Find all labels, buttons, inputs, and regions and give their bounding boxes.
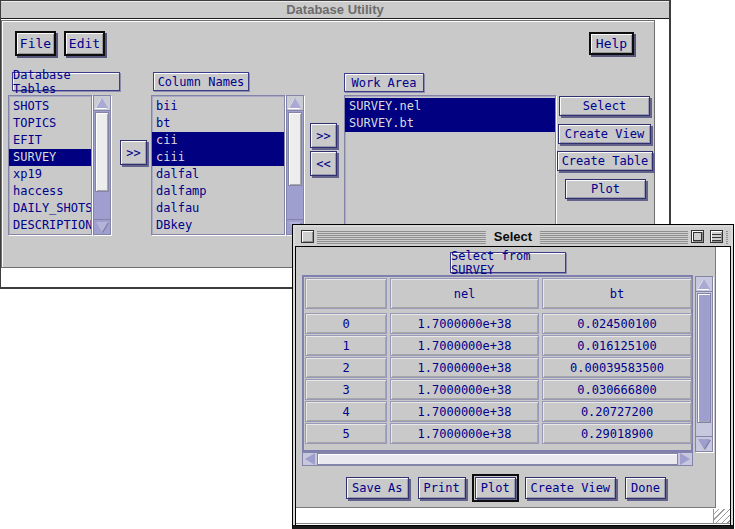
scrollbar-thumb[interactable] [697,293,711,423]
scroll-up-icon[interactable] [94,96,110,111]
select-from-survey-button[interactable]: Select from SURVEY [450,252,566,273]
scrollbar-thumb[interactable] [288,112,302,186]
create-table-button[interactable]: Create Table [557,151,653,171]
scroll-left-icon[interactable] [303,453,317,465]
table-vertical-scrollbar[interactable] [695,276,713,452]
list-item[interactable]: DESCRIPTION [9,217,91,234]
remove-from-work-button[interactable]: << [310,151,337,176]
plot-button[interactable]: Plot [565,179,646,199]
resize-grip-icon[interactable] [713,509,730,523]
print-button[interactable]: Print [418,477,466,499]
dialog-title: Select [486,228,540,245]
scroll-up-icon[interactable] [287,96,303,111]
desktop: Database Utility File Edit Help Database… [0,0,735,529]
plot-default-button[interactable]: Plot [475,477,516,499]
bt-cell: 0.024500100 [542,313,692,334]
column-header-nel: nel [390,278,539,309]
select-dialog-window: Select Select from SURVEY nel bt 0 1.700… [292,224,734,529]
column-header-index [305,278,387,309]
list-item[interactable]: DAILY_SHOTS [9,200,91,217]
done-button[interactable]: Done [625,477,666,499]
list-item[interactable]: bt [152,115,284,132]
work-area-list[interactable]: SURVEY.nel SURVEY.bt [344,95,556,235]
nel-cell: 1.7000000e+38 [390,335,539,356]
column-names-list[interactable]: bii bt cii ciii dalfal dalfamp dalfau DB… [151,95,285,235]
list-item[interactable]: SHOTS [9,98,91,115]
bt-cell: 0.00039583500 [542,357,692,378]
scroll-down-icon[interactable] [696,436,712,451]
list-item-selected[interactable]: SURVEY.bt [345,115,555,132]
dialog-titlebar[interactable]: Select [295,227,731,246]
scrollbar-thumb[interactable] [95,112,109,192]
work-area-label: Work Area [344,73,424,92]
list-item-selected[interactable]: cii [152,132,284,149]
dialog-panel: Select from SURVEY nel bt 0 1.7000000e+3… [296,247,716,508]
move-column-to-work-button[interactable]: >> [310,123,337,148]
list-item[interactable]: haccess [9,183,91,200]
bt-cell: 0.030666800 [542,379,692,400]
scrollbar-thumb[interactable] [317,453,678,465]
nel-cell: 1.7000000e+38 [390,357,539,378]
dialog-body: Select from SURVEY nel bt 0 1.7000000e+3… [295,246,731,526]
dialog-button-row: Save As Print Plot Create View Done [296,477,716,499]
database-tables-label: Database Tables [12,72,120,91]
close-icon[interactable] [301,230,314,243]
database-tables-list[interactable]: SHOTS TOPICS EFIT SURVEY xp19 haccess DA… [8,95,92,235]
table-row: 0 1.7000000e+38 0.024500100 [305,313,690,334]
list-item[interactable]: TOPICS [9,115,91,132]
save-as-button[interactable]: Save As [346,477,409,499]
result-table: nel bt 0 1.7000000e+38 0.024500100 1 1.7… [302,275,693,452]
row-index-cell: 0 [305,313,387,334]
column-names-label: Column Names [153,72,249,91]
list-item-selected[interactable]: ciii [152,149,284,166]
list-item-selected[interactable]: SURVEY [9,149,91,166]
row-index-cell: 4 [305,401,387,422]
table-row: 3 1.7000000e+38 0.030666800 [305,379,690,400]
row-index-cell: 2 [305,357,387,378]
list-item[interactable]: xp19 [9,166,91,183]
database-tables-scrollbar[interactable] [93,95,111,235]
nel-cell: 1.7000000e+38 [390,423,539,444]
file-menu-button[interactable]: File [15,31,56,56]
table-row: 1 1.7000000e+38 0.016125100 [305,335,690,356]
dialog-status-strip [296,509,730,524]
table-row: 2 1.7000000e+38 0.00039583500 [305,357,690,378]
scroll-right-icon[interactable] [678,453,692,465]
bt-cell: 0.29018900 [542,423,692,444]
move-table-to-columns-button[interactable]: >> [120,140,147,165]
scroll-down-icon[interactable] [94,219,110,234]
help-button[interactable]: Help [589,32,634,55]
nel-cell: 1.7000000e+38 [390,379,539,400]
bt-cell: 0.016125100 [542,335,692,356]
list-item[interactable]: bii [152,98,284,115]
table-horizontal-scrollbar[interactable] [302,452,693,466]
list-item-selected[interactable]: SURVEY.nel [345,98,555,115]
scroll-up-icon[interactable] [696,277,712,292]
maximize-icon[interactable] [691,230,704,243]
row-index-cell: 5 [305,423,387,444]
table-row: 4 1.7000000e+38 0.20727200 [305,401,690,422]
bt-cell: 0.20727200 [542,401,692,422]
list-item[interactable]: dalfau [152,200,284,217]
list-item[interactable]: dalfal [152,166,284,183]
table-row: 5 1.7000000e+38 0.29018900 [305,423,690,444]
row-index-cell: 1 [305,335,387,356]
list-item[interactable]: EFIT [9,132,91,149]
nel-cell: 1.7000000e+38 [390,401,539,422]
select-button[interactable]: Select [559,96,650,116]
list-item[interactable]: DBkey [152,217,284,234]
collapse-icon[interactable] [710,230,723,243]
column-header-bt: bt [542,278,692,309]
main-window-titlebar[interactable]: Database Utility [1,1,669,19]
list-item[interactable]: dalfamp [152,183,284,200]
edit-menu-button[interactable]: Edit [64,31,105,56]
nel-cell: 1.7000000e+38 [390,313,539,334]
row-index-cell: 3 [305,379,387,400]
create-view-button[interactable]: Create View [558,124,651,144]
create-view-button[interactable]: Create View [525,477,616,499]
column-names-scrollbar[interactable] [286,95,304,235]
